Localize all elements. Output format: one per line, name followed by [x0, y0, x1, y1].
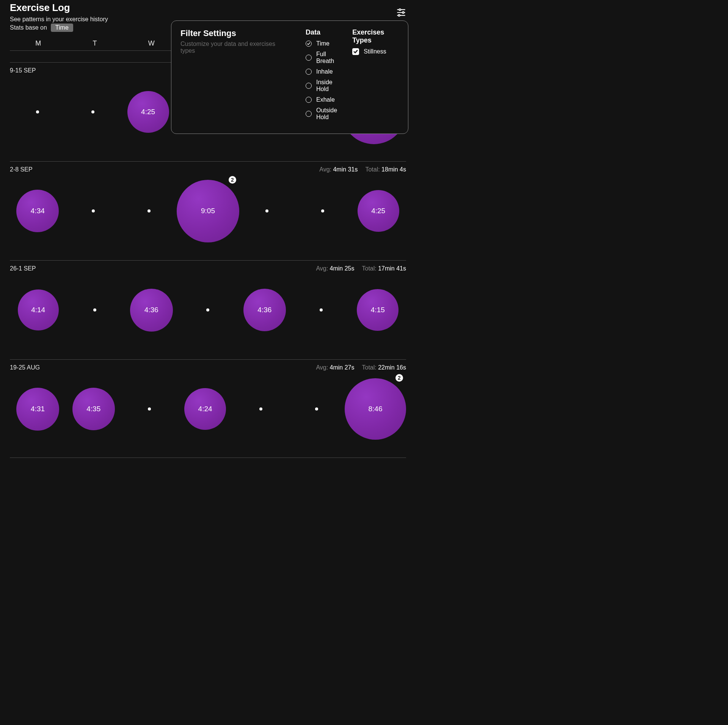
day-cell[interactable] — [121, 371, 177, 447]
day-cell[interactable]: 8:462 — [345, 371, 406, 447]
week-range: 9-15 SEP — [10, 67, 36, 74]
exercise-bubble[interactable]: 4:36 — [243, 289, 286, 331]
data-option-label: Inhale — [316, 68, 333, 75]
avg-value: 4min 25s — [330, 265, 355, 272]
radio-icon — [306, 111, 312, 117]
day-cell[interactable]: 4:36 — [236, 272, 293, 348]
day-cell[interactable]: 4:24 — [177, 371, 233, 447]
panel-subtitle: Customize your data and exercises types — [180, 41, 290, 54]
session-count-badge: 2 — [395, 374, 403, 382]
week-summary: Avg: 4min 25sTotal: 17min 41s — [316, 265, 406, 272]
avg-value: 4min 31s — [333, 166, 358, 173]
total-label: Total: — [362, 265, 378, 272]
panel-types-heading: Exercises Types — [352, 28, 402, 44]
filter-settings-button[interactable] — [396, 8, 406, 17]
data-option[interactable]: Inhale — [306, 68, 337, 75]
day-cell[interactable]: 4:25 — [121, 74, 176, 150]
day-cell[interactable] — [121, 173, 177, 249]
week-range: 19-25 AUG — [10, 364, 40, 371]
week-summary: Avg: 4min 31sTotal: 18min 4s — [319, 166, 406, 173]
empty-day-dot — [91, 110, 94, 113]
day-cell[interactable] — [289, 371, 345, 447]
svg-point-5 — [398, 14, 400, 16]
bubble-value: 4:25 — [371, 207, 385, 215]
day-cell[interactable]: 4:34 — [10, 173, 66, 249]
exercise-bubble[interactable]: 9:05 — [177, 180, 239, 242]
avg-label: Avg: — [319, 166, 333, 173]
bubble-value: 4:34 — [31, 207, 45, 215]
data-option[interactable]: Inside Hold — [306, 79, 337, 93]
bubble-value: 8:46 — [369, 405, 383, 413]
day-cell[interactable]: 4:36 — [123, 272, 180, 348]
stats-metric-chip[interactable]: Time — [51, 24, 73, 32]
day-cell[interactable] — [180, 272, 236, 348]
total-value: 17min 41s — [378, 265, 406, 272]
day-cell[interactable]: 4:25 — [350, 173, 406, 249]
total-label: Total: — [362, 364, 378, 371]
total-value: 22min 16s — [378, 364, 406, 371]
divider — [10, 458, 406, 458]
week-range: 2-8 SEP — [10, 166, 33, 173]
day-cell[interactable] — [293, 272, 349, 348]
day-cell[interactable]: 4:15 — [350, 272, 406, 348]
data-option[interactable]: Outside Hold — [306, 107, 337, 121]
exercise-bubble[interactable]: 4:31 — [16, 388, 59, 431]
exercise-bubble[interactable]: 4:15 — [357, 289, 399, 331]
bubble-value: 4:35 — [86, 405, 100, 413]
total-value: 18min 4s — [381, 166, 406, 173]
type-option-label: Stillness — [364, 48, 386, 55]
day-cell[interactable]: 4:14 — [10, 272, 66, 348]
data-option[interactable]: Time — [306, 40, 337, 47]
day-cell[interactable] — [66, 173, 121, 249]
bubble-value: 4:25 — [141, 108, 155, 116]
panel-title: Filter Settings — [180, 28, 290, 38]
checkbox-checked-icon — [352, 48, 359, 55]
empty-day-dot — [315, 407, 318, 410]
data-option[interactable]: Full Breath — [306, 51, 337, 64]
exercise-bubble[interactable]: 4:24 — [184, 388, 226, 430]
empty-day-dot — [148, 407, 151, 410]
bubble-value: 4:36 — [257, 306, 271, 314]
exercise-bubble[interactable]: 4:34 — [16, 190, 59, 232]
data-option[interactable]: Exhale — [306, 96, 337, 103]
empty-day-dot — [206, 308, 209, 311]
exercise-bubble[interactable]: 8:46 — [345, 378, 406, 440]
type-option[interactable]: Stillness — [352, 48, 402, 55]
day-cell[interactable]: 9:052 — [177, 173, 239, 249]
day-cell[interactable] — [66, 272, 123, 348]
empty-day-dot — [147, 209, 151, 212]
day-header: M — [10, 39, 66, 47]
exercise-bubble[interactable]: 4:25 — [127, 91, 169, 133]
exercise-bubble[interactable]: 4:14 — [18, 289, 59, 330]
empty-day-dot — [265, 209, 268, 212]
empty-day-dot — [259, 407, 262, 410]
bubble-value: 4:24 — [198, 405, 212, 413]
day-cell[interactable]: 4:35 — [66, 371, 121, 447]
avg-value: 4min 27s — [330, 364, 355, 371]
day-cell[interactable] — [65, 74, 121, 150]
filter-settings-panel: Filter Settings Customize your data and … — [171, 20, 408, 134]
bubble-value: 4:31 — [31, 405, 45, 413]
data-option-label: Outside Hold — [316, 107, 337, 121]
exercise-bubble[interactable]: 4:25 — [358, 190, 399, 232]
data-option-label: Exhale — [316, 96, 335, 103]
day-cell[interactable] — [233, 371, 289, 447]
stats-label: Stats base on — [10, 24, 47, 31]
data-option-label: Time — [316, 40, 329, 47]
bubble-value: 4:14 — [31, 306, 45, 314]
radio-icon — [306, 55, 312, 61]
data-option-label: Inside Hold — [316, 79, 337, 93]
avg-label: Avg: — [316, 265, 329, 272]
day-cell[interactable] — [10, 74, 65, 150]
day-cell[interactable] — [239, 173, 295, 249]
empty-day-dot — [92, 209, 95, 212]
svg-point-3 — [402, 12, 404, 13]
week-summary: Avg: 4min 27sTotal: 22min 16s — [316, 364, 406, 371]
exercise-bubble[interactable]: 4:35 — [72, 388, 115, 430]
empty-day-dot — [93, 308, 96, 311]
day-cell[interactable]: 4:31 — [10, 371, 66, 447]
avg-label: Avg: — [316, 364, 329, 371]
exercise-bubble[interactable]: 4:36 — [130, 289, 173, 332]
svg-point-1 — [399, 9, 401, 10]
day-cell[interactable] — [295, 173, 351, 249]
